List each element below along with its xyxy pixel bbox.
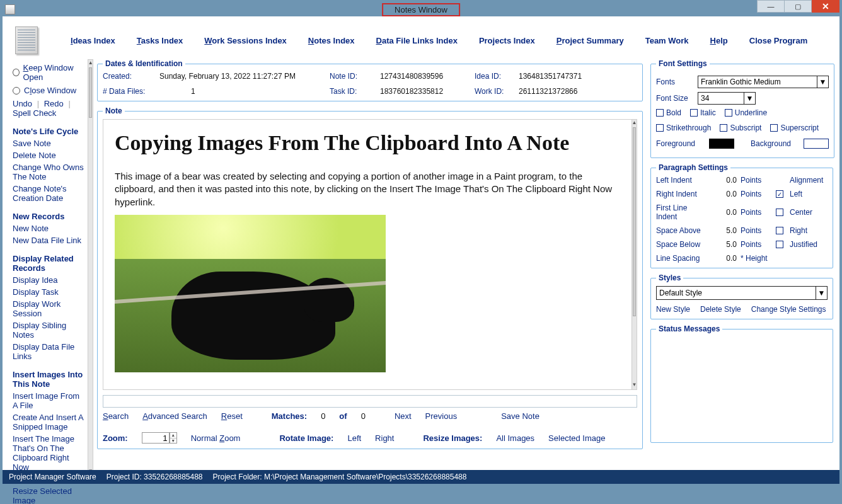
window-title: Notes Window <box>382 3 460 16</box>
footer-app: Project Manager Software <box>9 472 96 481</box>
spellcheck-link[interactable]: Spell Check <box>13 108 56 118</box>
menu-tasks-index[interactable]: Tasks Index <box>137 36 183 45</box>
note-panel: Note Copying Images From The Clipboard I… <box>97 106 643 449</box>
sidebar-scrollbar[interactable]: ▲▼ <box>88 59 93 476</box>
check-superscript[interactable]: Superscript <box>770 123 819 132</box>
footer-project-id: 33526268885488 <box>144 472 202 481</box>
dates-identification-panel: Dates & Identification Created: Sunday, … <box>97 59 643 101</box>
redo-link[interactable]: Redo <box>44 99 64 108</box>
font-size-label: Font Size <box>656 94 693 103</box>
menu-team-work[interactable]: Team Work <box>645 36 689 45</box>
link-change-owner[interactable]: Change Who Owns The Note <box>13 163 85 181</box>
first-line-indent-label: First Line Indent <box>656 203 708 221</box>
advanced-search-link[interactable]: Advanced Search <box>142 411 207 421</box>
check-strikethrough[interactable]: Strikethrough <box>656 123 711 132</box>
menu-notes-index[interactable]: Notes Index <box>308 36 355 45</box>
background-swatch[interactable] <box>804 139 829 149</box>
space-above-label: Space Above <box>656 226 708 235</box>
space-below-label: Space Below <box>656 240 708 249</box>
section-insert-images: Insert Images Into This Note <box>13 370 85 389</box>
data-files-label: # Data Files: <box>103 87 159 96</box>
radio-keep-window-open[interactable]: Keep Window Open <box>13 63 85 82</box>
link-insert-clipboard-image[interactable]: Insert The Image That's On The Clipboard… <box>13 434 85 472</box>
app-icon <box>5 4 15 14</box>
alignment-label: Alignment <box>790 176 828 185</box>
note-image[interactable] <box>115 215 386 372</box>
zoom-label: Zoom: <box>103 433 128 443</box>
align-right-check[interactable] <box>776 227 783 234</box>
link-change-creation-date[interactable]: Change Note's Creation Date <box>13 184 85 203</box>
link-save-note[interactable]: Save Note <box>13 139 85 148</box>
chevron-down-icon: ▼ <box>744 93 755 104</box>
check-subscript[interactable]: Subscript <box>720 123 761 132</box>
check-bold[interactable]: Bold <box>656 108 681 117</box>
idea-id-value: 136481351747371 <box>519 72 637 81</box>
menu-close-program[interactable]: Close Program <box>749 36 807 45</box>
radio-close-window[interactable]: Close Window <box>13 86 85 95</box>
search-input[interactable] <box>103 395 637 408</box>
menu-project-summary[interactable]: Project Summary <box>557 36 624 45</box>
fonts-label: Fonts <box>656 77 693 86</box>
chevron-down-icon: ▼ <box>817 76 828 88</box>
minimize-button[interactable]: — <box>757 0 785 13</box>
undo-link[interactable]: Undo <box>13 99 32 108</box>
zoom-spinner[interactable]: ▲▼ <box>170 432 177 444</box>
maximize-button[interactable]: ▢ <box>784 0 812 13</box>
check-italic[interactable]: Italic <box>690 108 716 117</box>
link-display-work-session[interactable]: Display Work Session <box>13 299 85 318</box>
idea-id-label: Idea ID: <box>475 72 519 81</box>
work-id-label: Work ID: <box>475 87 519 96</box>
link-display-task[interactable]: Display Task <box>13 287 85 297</box>
link-resize-selected-image[interactable]: Resize Selected Image <box>13 486 85 504</box>
line-spacing-value: 0.0 <box>712 254 737 263</box>
created-label: Created: <box>103 72 159 81</box>
link-delete-note[interactable]: Delete Note <box>13 151 85 160</box>
task-id-value: 183760182335812 <box>380 87 475 96</box>
rotate-right-link[interactable]: Right <box>375 433 394 443</box>
reset-link[interactable]: Reset <box>221 411 243 421</box>
note-editor[interactable]: Copying Images From The Clipboard Into A… <box>103 120 632 389</box>
foreground-label: Foreground <box>656 139 700 148</box>
save-note-link[interactable]: Save Note <box>501 411 539 421</box>
delete-style-link[interactable]: Delete Style <box>700 305 741 314</box>
first-line-indent-value: 0.0 <box>712 208 737 217</box>
foreground-swatch[interactable] <box>709 139 734 149</box>
paragraph-settings-panel: Paragraph Settings Left Indent 0.0 Point… <box>650 163 833 268</box>
zoom-input[interactable] <box>142 432 170 444</box>
new-style-link[interactable]: New Style <box>656 305 690 314</box>
menu-datafile-links-index[interactable]: Data File Links Index <box>376 36 458 45</box>
align-justified-check[interactable] <box>776 241 783 248</box>
next-link[interactable]: Next <box>395 411 412 421</box>
menu-work-sessions-index[interactable]: Work Sessions Index <box>204 36 287 45</box>
background-label: Background <box>751 139 795 148</box>
link-insert-image-from-file[interactable]: Insert Image From A File <box>13 391 85 410</box>
data-files-value: 1 <box>159 87 330 96</box>
font-size-select[interactable]: 34 ▼ <box>698 92 756 105</box>
link-display-sibling-notes[interactable]: Display Sibling Notes <box>13 321 85 340</box>
link-create-snipped-image[interactable]: Create And Insert A Snipped Image <box>13 413 85 432</box>
check-underline[interactable]: Underline <box>725 108 767 117</box>
change-style-link[interactable]: Change Style Settings <box>751 305 826 314</box>
matches-total: 0 <box>361 411 366 421</box>
normal-zoom-link[interactable]: Normal Zoom <box>191 433 241 443</box>
link-display-data-file-links[interactable]: Display Data File Links <box>13 342 85 361</box>
note-title: Copying Images From The Clipboard Into A… <box>115 131 620 155</box>
resize-all-link[interactable]: All Images <box>496 433 534 443</box>
align-center-check[interactable] <box>776 209 783 216</box>
menu-ideas-index[interactable]: Ideas Index <box>71 36 115 45</box>
link-new-note[interactable]: New Note <box>13 224 85 233</box>
rotate-left-link[interactable]: Left <box>347 433 361 443</box>
style-select[interactable]: Default Style ▼ <box>656 286 828 300</box>
resize-selected-link[interactable]: Selected Image <box>548 433 605 443</box>
previous-link[interactable]: Previous <box>425 411 458 421</box>
menu-projects-index[interactable]: Projects Index <box>479 36 535 45</box>
link-display-idea[interactable]: Display Idea <box>13 275 85 285</box>
note-scrollbar[interactable]: ▲▼ <box>632 120 637 389</box>
search-link[interactable]: Search <box>103 411 129 421</box>
align-left-check[interactable]: ✓ <box>776 190 783 198</box>
link-new-data-file-link[interactable]: New Data File Link <box>13 236 85 245</box>
font-family-select[interactable]: Franklin Gothic Medium ▼ <box>698 76 829 88</box>
close-button[interactable]: ✕ <box>812 0 839 13</box>
right-indent-label: Right Indent <box>656 190 708 198</box>
menu-help[interactable]: Help <box>710 36 728 45</box>
